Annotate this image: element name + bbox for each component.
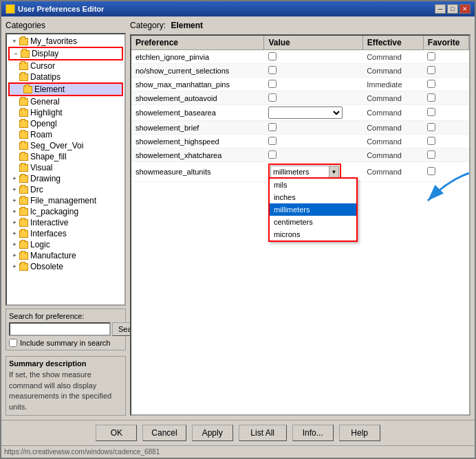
- tree-label-highlight: Highlight: [30, 108, 63, 117]
- pref-favorite-highspeed: [423, 135, 468, 148]
- dropdown-option-centimeters[interactable]: centimeters: [270, 216, 356, 228]
- pref-effective-max-manhattan: Immediate: [363, 78, 423, 91]
- help-button[interactable]: Help: [339, 425, 380, 441]
- tree-label-datatips: Datatips: [30, 72, 61, 82]
- dropdown-arrow-icon[interactable]: ▼: [329, 166, 338, 177]
- minimize-button[interactable]: ─: [435, 4, 446, 14]
- col-preference: Preference: [131, 36, 264, 50]
- pref-favorite-showmeasure: [423, 162, 468, 182]
- tree-item-drc[interactable]: + Drc: [8, 184, 123, 195]
- tree-label-interfaces: Interfaces: [30, 229, 67, 238]
- tree-item-opengl[interactable]: Opengl: [8, 118, 123, 129]
- include-summary-checkbox[interactable]: [9, 339, 17, 347]
- search-input[interactable]: [9, 322, 111, 336]
- pref-fav-brief[interactable]: [427, 123, 435, 131]
- pref-checkbox-xhatcharea[interactable]: [268, 150, 277, 159]
- tree-item-interfaces[interactable]: + Interfaces: [8, 228, 123, 239]
- tree-item-lc-packaging[interactable]: + lc_packaging: [8, 206, 123, 217]
- title-buttons: ─ □ ✕: [435, 4, 470, 14]
- dropdown-option-inches[interactable]: inches: [270, 191, 356, 203]
- folder-icon-lc-packaging: [19, 208, 28, 216]
- preferences-table: Preference Value Effective Favorite etch…: [131, 36, 469, 182]
- folder-icon-roam: [19, 131, 28, 139]
- cancel-button[interactable]: Cancel: [142, 425, 186, 441]
- ok-button[interactable]: OK: [96, 425, 137, 441]
- pref-checkbox-max-manhattan[interactable]: [268, 80, 277, 88]
- pref-checkbox-highspeed[interactable]: [268, 137, 277, 145]
- tree-item-datatips[interactable]: Datatips: [8, 71, 123, 82]
- expand-icon-file-management: +: [10, 196, 19, 205]
- pref-fav-max-manhattan[interactable]: [427, 80, 435, 88]
- tree-item-obsolete[interactable]: + Obsolete: [8, 261, 123, 272]
- basearea-select[interactable]: [268, 107, 343, 119]
- tree-item-cursor[interactable]: Cursor: [8, 60, 123, 71]
- dropdown-popup: mils inches millimeters centimeters micr…: [268, 177, 358, 242]
- dropdown-option-mils[interactable]: mils: [270, 179, 356, 191]
- left-panel: Categories + My_favorites − Display: [6, 21, 126, 416]
- pref-fav-highspeed[interactable]: [427, 137, 435, 145]
- pref-fav-xhatcharea[interactable]: [427, 150, 435, 159]
- pref-checkbox-etchlen[interactable]: [268, 52, 277, 60]
- dropdown-option-microns[interactable]: microns: [270, 228, 356, 240]
- pref-checkbox-brief[interactable]: [268, 123, 277, 131]
- folder-icon-shape-fill: [19, 153, 28, 161]
- showmeasure-dropdown-wrapper: millimeters ▼ mils inches: [268, 164, 341, 180]
- table-row: showelement_basearea Command: [131, 105, 469, 121]
- pref-favorite-etchlen: [423, 50, 468, 64]
- folder-icon-display: [21, 50, 30, 58]
- tree-label-interactive: Interactive: [30, 218, 68, 227]
- pref-effective-brief: Command: [363, 121, 423, 135]
- folder-icon-highlight: [19, 109, 28, 117]
- expand-icon-drawing: +: [10, 174, 19, 183]
- folder-icon-general: [19, 98, 28, 106]
- pref-fav-showmeasure[interactable]: [427, 167, 435, 175]
- main-window: User Preferences Editor ─ □ ✕ Categories…: [0, 0, 476, 459]
- tree-label-drc: Drc: [30, 185, 43, 194]
- tree-label-display: Display: [32, 49, 58, 58]
- tree-item-element-wrapper: Element: [8, 82, 123, 96]
- list-all-button[interactable]: List All: [239, 425, 287, 441]
- tree-item-my-favorites[interactable]: + My_favorites: [8, 36, 123, 47]
- pref-checkbox-noshow[interactable]: [268, 66, 277, 74]
- tree-label-manufacture: Manufacture: [30, 251, 76, 260]
- pref-value-highspeed: [264, 135, 363, 148]
- expand-icon-manufacture: +: [10, 251, 19, 260]
- tree-container[interactable]: + My_favorites − Display Cursor: [6, 33, 126, 306]
- dropdown-option-millimeters[interactable]: millimeters: [270, 203, 356, 216]
- tree-item-element[interactable]: Element: [10, 84, 122, 95]
- title-bar-left: User Preferences Editor: [6, 4, 104, 14]
- maximize-button[interactable]: □: [447, 4, 458, 14]
- pref-fav-etchlen[interactable]: [427, 52, 435, 60]
- tree-item-display[interactable]: − Display: [10, 48, 122, 59]
- apply-button[interactable]: Apply: [192, 425, 233, 441]
- tree-item-manufacture[interactable]: + Manufacture: [8, 250, 123, 261]
- tree-item-general[interactable]: General: [8, 96, 123, 107]
- pref-favorite-basearea: [423, 105, 468, 121]
- tree-item-interactive[interactable]: + Interactive: [8, 217, 123, 228]
- pref-name-basearea: showelement_basearea: [131, 105, 264, 121]
- table-row: showelement_xhatcharea Command: [131, 148, 469, 162]
- preferences-container: Preference Value Effective Favorite etch…: [130, 34, 470, 416]
- close-button[interactable]: ✕: [459, 4, 470, 14]
- tree-item-visual[interactable]: Visual: [8, 162, 123, 173]
- pref-fav-noshow[interactable]: [427, 66, 435, 74]
- folder-icon-datatips: [19, 74, 28, 81]
- showmeasure-select-display[interactable]: millimeters ▼: [270, 166, 339, 178]
- tree-item-drawing[interactable]: + Drawing: [8, 173, 123, 184]
- folder-icon-logic: [19, 241, 28, 249]
- tree-item-shape-fill[interactable]: Shape_fill: [8, 151, 123, 162]
- table-row: showelement_brief Command: [131, 121, 469, 135]
- table-row-showmeasure: showmeasure_altunits millimeters ▼: [131, 162, 469, 182]
- tree-item-highlight[interactable]: Highlight: [8, 107, 123, 118]
- pref-checkbox-autoavoid[interactable]: [268, 93, 277, 102]
- tree-item-roam[interactable]: Roam: [8, 129, 123, 140]
- pref-fav-basearea[interactable]: [427, 108, 435, 116]
- pref-fav-autoavoid[interactable]: [427, 93, 435, 102]
- tree-item-file-management[interactable]: + File_management: [8, 195, 123, 206]
- search-label: Search for preference:: [9, 312, 122, 320]
- info-button[interactable]: Info...: [292, 425, 334, 441]
- tree-item-logic[interactable]: + Logic: [8, 239, 123, 250]
- tree-item-seg-over-voi[interactable]: Seg_Over_Voi: [8, 140, 123, 151]
- tree-label-lc-packaging: lc_packaging: [30, 207, 78, 216]
- pref-value-showmeasure: millimeters ▼ mils inches: [264, 162, 363, 182]
